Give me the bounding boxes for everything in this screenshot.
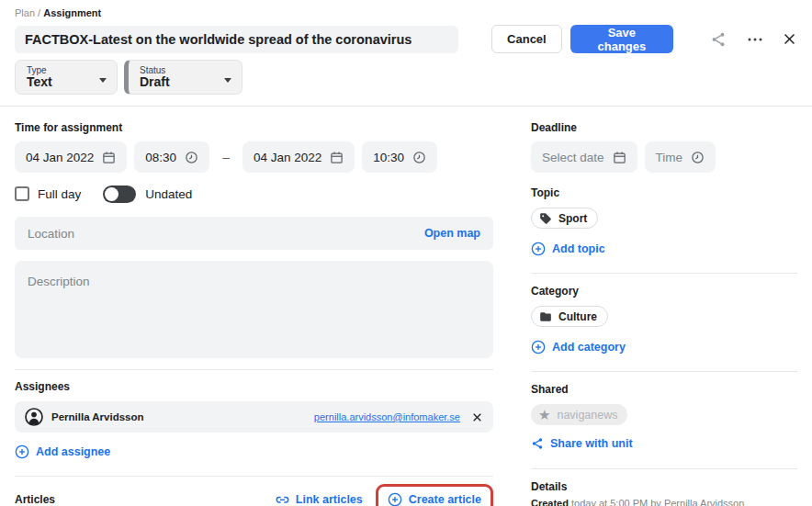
topic-tag-label: Sport (558, 212, 587, 225)
created-line: Created today at 5:00 PM by Pernilla Arv… (531, 498, 797, 506)
articles-actions: Link articles Create article (275, 484, 493, 506)
add-assignee-button[interactable]: Add assignee (15, 444, 110, 459)
add-topic-button[interactable]: Add topic (531, 242, 605, 256)
shared-tag-label: naviganews (557, 409, 617, 422)
type-dropdown[interactable]: Type Text (15, 60, 118, 95)
details-label: Details (531, 480, 797, 493)
header: Plan / Assignment FACTBOX-Latest on the … (0, 0, 812, 107)
share-with-unit-label: Share with unit (550, 437, 633, 450)
type-dropdown-value: Text (27, 75, 107, 89)
start-time-value: 08:30 (145, 151, 176, 164)
end-time-field[interactable]: 10:30 (362, 141, 437, 173)
main-content: Time for assignment 04 Jan 2022 08:30 (0, 107, 812, 506)
breadcrumb-separator: / (38, 7, 40, 18)
assignees-label: Assignees (15, 380, 493, 393)
calendar-icon (613, 151, 626, 164)
add-assignee-label: Add assignee (36, 445, 110, 458)
deadline-time-placeholder: Time (656, 151, 683, 164)
link-articles-button[interactable]: Link articles (275, 492, 363, 506)
undated-toggle[interactable] (103, 186, 136, 203)
chain-link-icon (275, 492, 290, 506)
clock-icon (185, 151, 198, 164)
fullday-undated-row: Full day Undated (15, 185, 493, 203)
close-icon[interactable] (782, 31, 797, 47)
right-column: Deadline Select date Time (531, 107, 812, 506)
folder-icon (539, 310, 552, 323)
divider (15, 476, 493, 477)
assignment-title-input[interactable]: FACTBOX-Latest on the worldwide spread o… (15, 26, 458, 53)
share-icon[interactable] (710, 31, 727, 48)
add-topic-label: Add topic (552, 242, 605, 255)
full-day-label: Full day (38, 187, 81, 201)
undated-label: Undated (145, 187, 192, 201)
chevron-down-icon (99, 78, 107, 83)
clock-icon (691, 151, 705, 164)
plus-circle-icon (15, 444, 29, 459)
location-input[interactable]: Location Open map (15, 217, 493, 250)
divider (531, 468, 797, 469)
breadcrumb: Plan / Assignment (15, 7, 797, 18)
divider (531, 273, 797, 274)
create-article-label: Create article (409, 493, 481, 506)
end-time-value: 10:30 (373, 151, 404, 164)
more-options-icon[interactable] (747, 31, 763, 48)
save-changes-button[interactable]: Save changes (570, 25, 673, 53)
category-tag-culture[interactable]: Culture (531, 306, 608, 327)
full-day-checkbox[interactable] (15, 186, 29, 201)
remove-assignee-icon[interactable] (471, 411, 483, 423)
assignment-time-row: 04 Jan 2022 08:30 (15, 141, 493, 173)
plus-circle-icon (531, 340, 546, 354)
start-time-field[interactable]: 08:30 (134, 141, 209, 173)
status-dropdown-value: Draft (140, 75, 232, 89)
articles-row: Articles Link articles (15, 484, 493, 506)
assignment-editor: Plan / Assignment FACTBOX-Latest on the … (0, 0, 812, 506)
created-key: Created (531, 498, 569, 506)
link-articles-label: Link articles (296, 493, 363, 506)
left-column: Time for assignment 04 Jan 2022 08:30 (15, 107, 493, 506)
clock-icon (412, 151, 426, 164)
tag-icon (539, 212, 552, 225)
assignment-title: FACTBOX-Latest on the worldwide spread o… (25, 32, 412, 47)
calendar-icon (102, 151, 116, 164)
deadline-date-placeholder: Select date (542, 151, 604, 164)
category-label: Category (531, 285, 797, 298)
divider (15, 369, 493, 370)
plus-circle-icon (388, 492, 402, 506)
plus-circle-icon (531, 242, 546, 256)
shared-tag-naviganews: ★ naviganews (531, 404, 627, 425)
assignee-row: Pernilla Arvidsson pernilla.arvidsson@in… (15, 401, 493, 433)
deadline-time-field[interactable]: Time (645, 141, 716, 173)
assignee-email-link[interactable]: pernilla.arvidsson@infomaker.se (314, 411, 460, 422)
cancel-button[interactable]: Cancel (491, 25, 562, 53)
status-dropdown[interactable]: Status Draft (124, 60, 242, 95)
add-category-label: Add category (552, 341, 626, 354)
share-icon (531, 437, 544, 450)
breadcrumb-plan[interactable]: Plan (15, 7, 35, 18)
selector-row: Type Text Status Draft (15, 60, 797, 95)
divider (531, 371, 797, 372)
start-date-value: 04 Jan 2022 (26, 151, 94, 164)
star-icon: ★ (538, 408, 550, 422)
shared-label: Shared (531, 383, 797, 396)
articles-label: Articles (15, 493, 55, 506)
assignee-name: Pernilla Arvidsson (51, 411, 144, 422)
topic-tag-sport[interactable]: Sport (531, 208, 598, 229)
calendar-icon (330, 151, 344, 164)
share-with-unit-button[interactable]: Share with unit (531, 437, 633, 450)
end-date-field[interactable]: 04 Jan 2022 (242, 141, 355, 173)
chevron-down-icon (224, 78, 231, 83)
deadline-date-field[interactable]: Select date (531, 141, 637, 173)
category-tag-label: Culture (558, 310, 597, 323)
time-range-separator: – (222, 150, 230, 164)
description-placeholder: Description (28, 275, 90, 288)
avatar-icon (25, 408, 43, 426)
end-date-value: 04 Jan 2022 (254, 151, 321, 164)
add-category-button[interactable]: Add category (531, 340, 626, 354)
deadline-label: Deadline (531, 121, 797, 134)
create-article-button[interactable]: Create article (376, 484, 493, 506)
description-input[interactable]: Description (15, 261, 493, 358)
open-map-link[interactable]: Open map (424, 227, 480, 240)
topic-label: Topic (531, 186, 797, 199)
breadcrumb-assignment: Assignment (43, 7, 101, 18)
start-date-field[interactable]: 04 Jan 2022 (15, 141, 127, 173)
